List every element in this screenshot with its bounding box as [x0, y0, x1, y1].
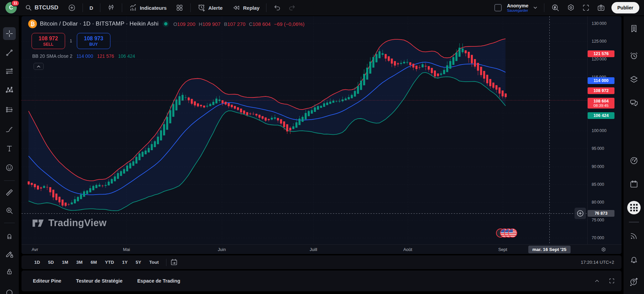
price-badge[interactable]: 114 000 — [588, 77, 614, 84]
price-tick-label: 95 000 — [592, 146, 604, 151]
price-tick-label: 125 000 — [592, 39, 606, 44]
tool-brush[interactable] — [3, 123, 16, 136]
tab-strategy-tester[interactable]: Testeur de Stratégie — [76, 276, 122, 286]
divider — [266, 3, 266, 12]
grid-layout-icon — [176, 4, 184, 12]
range-5y[interactable]: 5Y — [133, 258, 144, 267]
chart-area[interactable]: TradingView ₿ Bitcoin / Dollar · 1D · BI… — [21, 16, 587, 244]
bb-basis-value: 114 000 — [77, 53, 93, 59]
tool-lock-all[interactable] — [3, 265, 16, 278]
price-badge[interactable]: 108 60408:39:45 — [588, 98, 614, 109]
tool-xabcd-pattern[interactable] — [3, 84, 16, 96]
price-badge[interactable]: 121 576 — [588, 50, 614, 57]
range-6m[interactable]: 6M — [88, 258, 100, 267]
goto-date-icon[interactable] — [170, 258, 178, 266]
change-value: −69 (−0,06%) — [274, 21, 305, 27]
panel-maximize-icon[interactable] — [608, 277, 615, 285]
layout-select-checkbox[interactable] — [494, 4, 502, 11]
buy-button[interactable]: 108 973 BUY — [77, 33, 110, 49]
date-range-toolbar: 1D 5D 1M 3M 6M YTD 1Y 5Y Tout 17:20:14 U… — [21, 255, 622, 269]
divider — [166, 259, 166, 266]
interval-button[interactable]: D — [86, 1, 97, 14]
axis-settings-gear-icon[interactable] — [600, 246, 607, 253]
screenshot-button[interactable] — [593, 1, 609, 14]
tool-text[interactable] — [3, 142, 16, 155]
symbol-search-button[interactable]: BTCUSD — [21, 1, 62, 14]
save-layout-link[interactable]: Sauvegarder — [507, 8, 529, 13]
layout-grid-button[interactable] — [172, 1, 187, 14]
ideas-stream-icon[interactable] — [627, 229, 641, 243]
help-icon[interactable] — [627, 275, 641, 288]
tool-magnet[interactable] — [3, 229, 16, 242]
price-badge[interactable]: 106 424 — [588, 112, 614, 119]
buy-price: 108 973 — [84, 36, 103, 42]
tool-hide-drawings[interactable] — [3, 284, 16, 294]
price-tick-label: 100 000 — [592, 128, 606, 133]
compare-add-button[interactable] — [64, 1, 79, 14]
alerts-icon[interactable] — [627, 49, 641, 62]
range-1d[interactable]: 1D — [31, 258, 43, 267]
month-label: Août — [403, 247, 412, 252]
market-status-dot[interactable] — [164, 22, 167, 26]
notifications-bell-icon[interactable] — [627, 253, 641, 266]
fullscreen-button[interactable] — [579, 1, 593, 14]
panel-expand-chevron-icon[interactable] — [593, 277, 601, 285]
user-avatar[interactable]: C 11 — [5, 2, 17, 13]
range-5d[interactable]: 5D — [45, 258, 57, 267]
indicators-button[interactable]: Indicateurs — [126, 1, 170, 14]
economic-events-markers[interactable] — [496, 228, 517, 238]
indicator-legend[interactable]: BB 20 SMA close 2 114 000 121 576 106 42… — [32, 53, 305, 59]
price-axis[interactable]: 130 000125 000120 000115 000100 00095 00… — [587, 16, 622, 244]
apps-grid-icon[interactable] — [627, 201, 641, 214]
range-1m[interactable]: 1M — [59, 258, 71, 267]
tool-measure[interactable] — [3, 186, 16, 199]
sell-button[interactable]: 108 972 SELL — [32, 33, 65, 49]
legend-collapse-button[interactable] — [34, 63, 44, 70]
redo-button[interactable] — [285, 1, 299, 14]
data-window-radar-icon[interactable] — [627, 154, 641, 167]
divider — [544, 3, 544, 12]
chevron-down-icon[interactable] — [533, 5, 538, 10]
price-badge[interactable]: 76 873 — [588, 210, 614, 217]
tool-trend-line[interactable] — [3, 46, 16, 59]
price-badge[interactable]: 108 972 — [588, 87, 614, 94]
tool-projection[interactable] — [3, 103, 16, 116]
range-3m[interactable]: 3M — [73, 258, 86, 267]
us-flag-event-icon[interactable] — [508, 228, 517, 238]
undo-button[interactable] — [270, 1, 285, 14]
range-ytd[interactable]: YTD — [102, 258, 117, 267]
settings-button[interactable] — [563, 1, 579, 14]
range-all[interactable]: Tout — [146, 258, 162, 267]
replay-button[interactable]: Replay — [229, 1, 263, 14]
right-sidebar — [624, 16, 644, 294]
tab-pine-editor[interactable]: Editeur Pine — [33, 276, 61, 286]
bb-upper-value: 121 576 — [97, 53, 114, 59]
tool-emoji[interactable] — [3, 161, 16, 174]
symbol-title[interactable]: Bitcoin / Dollar · 1D · BITSTAMP · Heiki… — [40, 20, 158, 27]
tool-fib-lines[interactable] — [3, 65, 16, 78]
layout-name-menu[interactable]: Anonyme Sauvegarder — [507, 3, 529, 13]
tool-zoom-in[interactable] — [3, 204, 16, 217]
publish-button[interactable]: Publier — [611, 2, 639, 13]
chat-icon[interactable] — [627, 96, 641, 110]
watchlist-icon[interactable] — [627, 22, 641, 35]
drawing-toolbar — [0, 16, 19, 294]
tab-trading-panel[interactable]: Espace de Trading — [137, 276, 180, 286]
interval-label: D — [90, 5, 93, 11]
object-tree-layers-icon[interactable] — [627, 73, 641, 86]
range-1y[interactable]: 1Y — [119, 258, 131, 267]
add-alert-crosshair-button[interactable] — [575, 208, 586, 219]
alert-button[interactable]: Alerte — [194, 1, 226, 14]
bitcoin-icon: ₿ — [28, 19, 37, 28]
session-clock[interactable]: 17:20:14 UTC+2 — [581, 260, 614, 265]
chart-style-button[interactable] — [104, 1, 118, 14]
calendar-icon[interactable] — [627, 177, 641, 191]
open-value: 109 200 — [177, 21, 195, 27]
quick-search-button[interactable] — [548, 1, 563, 14]
tool-drawing-lock[interactable] — [3, 248, 16, 260]
bb-indicator-name[interactable]: BB 20 SMA close 2 — [32, 53, 72, 59]
lightning-search-icon — [551, 3, 560, 12]
tool-crosshair[interactable] — [3, 27, 16, 40]
time-axis[interactable]: AvrMaiJuinJuillAoûtSept mar. 16 Sept '25 — [21, 244, 622, 254]
divider — [190, 3, 191, 12]
